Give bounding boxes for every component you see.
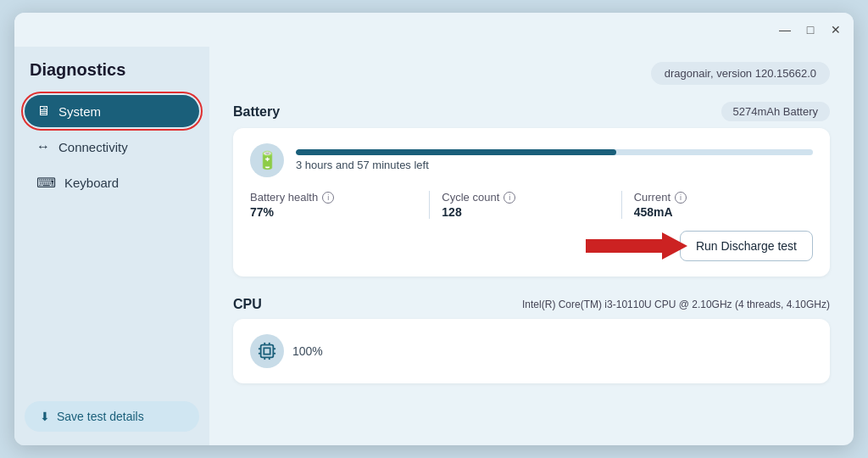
sidebar-item-keyboard-label: Keyboard	[64, 176, 119, 190]
titlebar: — □ ✕	[14, 13, 854, 47]
minimize-button[interactable]: —	[777, 22, 793, 37]
svg-rect-1	[261, 345, 274, 358]
battery-card: 🔋 3 hours and 57 minutes left	[233, 128, 830, 276]
cpu-section: CPU Intel(R) Core(TM) i3-10110U CPU @ 2.…	[233, 297, 830, 383]
battery-section: Battery 5274mAh Battery 🔋 3 hours	[233, 102, 830, 276]
cpu-header: CPU Intel(R) Core(TM) i3-10110U CPU @ 2.…	[233, 297, 830, 312]
battery-bar	[296, 149, 616, 155]
connectivity-icon: ↔	[36, 139, 50, 154]
battery-info: 3 hours and 57 minutes left	[296, 149, 813, 171]
sidebar-item-connectivity-label: Connectivity	[58, 140, 128, 154]
sidebar-item-connectivity[interactable]: ↔ Connectivity	[25, 131, 199, 163]
battery-stats: Battery health i 77% Cycle count i 128	[250, 191, 813, 219]
battery-health-value: 77%	[250, 205, 417, 219]
svg-marker-0	[586, 232, 687, 260]
save-icon: ⬇	[40, 410, 50, 423]
cpu-info-badge: Intel(R) Core(TM) i3-10110U CPU @ 2.10GH…	[522, 299, 830, 310]
sidebar-item-system[interactable]: 🖥 System	[25, 95, 199, 127]
cpu-title: CPU	[233, 297, 262, 312]
current-value: 458mA	[634, 205, 801, 219]
current-label: Current i	[634, 191, 801, 204]
version-row: dragonair, version 120.15662.0	[233, 62, 830, 85]
battery-header: Battery 5274mAh Battery	[233, 102, 830, 121]
keyboard-icon: ⌨	[36, 175, 56, 191]
arrow-icon	[586, 231, 687, 261]
discharge-row: Run Discharge test	[250, 231, 813, 261]
battery-bar-wrap	[296, 149, 813, 155]
cpu-row: 100%	[250, 334, 813, 368]
cpu-icon	[250, 334, 284, 368]
save-btn-label: Save test details	[57, 410, 144, 423]
main-panel: dragonair, version 120.15662.0 Battery 5…	[209, 47, 854, 445]
run-discharge-test-button[interactable]: Run Discharge test	[680, 231, 813, 261]
stat-current: Current i 458mA	[622, 191, 813, 219]
cycle-count-value: 128	[442, 205, 609, 219]
cycle-count-label: Cycle count i	[442, 191, 609, 204]
battery-top: 🔋 3 hours and 57 minutes left	[250, 143, 813, 177]
battery-health-label: Battery health i	[250, 191, 417, 204]
current-info-icon[interactable]: i	[675, 192, 687, 204]
svg-rect-2	[264, 348, 270, 354]
battery-title: Battery	[233, 104, 280, 120]
system-icon: 🖥	[36, 103, 50, 119]
cpu-percent: 100%	[292, 344, 323, 358]
cpu-card: 100%	[233, 319, 830, 383]
sidebar-item-keyboard[interactable]: ⌨ Keyboard	[25, 166, 199, 199]
sidebar: Diagnostics 🖥 System ↔ Connectivity ⌨ Ke…	[14, 47, 209, 445]
battery-health-info-icon[interactable]: i	[322, 192, 334, 204]
save-test-details-button[interactable]: ⬇ Save test details	[25, 401, 199, 432]
app-window: — □ ✕ Diagnostics 🖥 System ↔ Connectivit…	[14, 13, 854, 445]
battery-badge: 5274mAh Battery	[721, 102, 830, 121]
app-title: Diagnostics	[25, 60, 199, 80]
cycle-count-info-icon[interactable]: i	[504, 192, 515, 204]
sidebar-item-system-label: System	[58, 104, 101, 119]
version-badge: dragonair, version 120.15662.0	[651, 62, 830, 85]
battery-icon: 🔋	[250, 143, 284, 177]
close-button[interactable]: ✕	[828, 22, 843, 37]
stat-battery-health: Battery health i 77%	[250, 191, 430, 219]
stat-cycle-count: Cycle count i 128	[430, 191, 621, 219]
battery-time: 3 hours and 57 minutes left	[296, 159, 813, 171]
maximize-button[interactable]: □	[803, 22, 818, 37]
